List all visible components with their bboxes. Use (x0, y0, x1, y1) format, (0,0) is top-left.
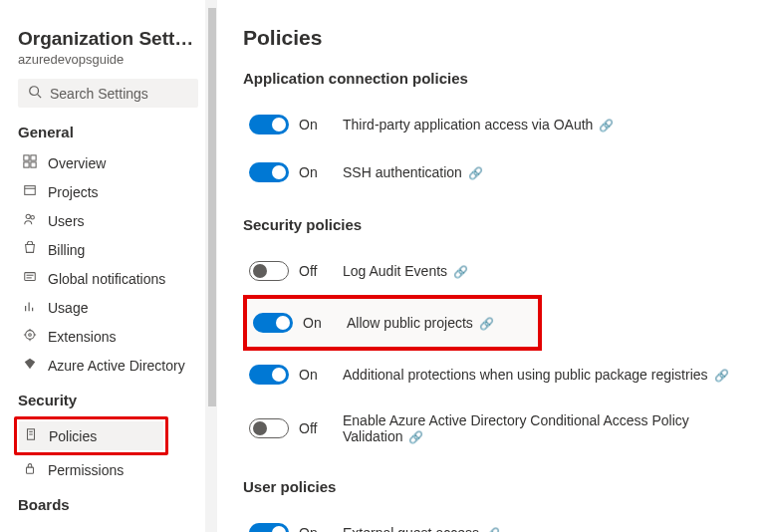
policies-icon (23, 427, 39, 444)
sidebar-item-users[interactable]: Users (18, 206, 198, 235)
sidebar-item-label: Permissions (48, 462, 124, 478)
sidebar-item-label: Users (48, 213, 85, 229)
svg-rect-3 (31, 155, 36, 160)
sidebar-item-policies[interactable]: Policies (19, 421, 163, 450)
svg-point-0 (30, 87, 39, 96)
sidebar-item-azure-active-directory[interactable]: Azure Active Directory (18, 351, 198, 380)
policy-row: OffEnable Azure Active Directory Conditi… (243, 399, 747, 458)
sidebar-item-projects[interactable]: Projects (18, 177, 198, 206)
users-icon (22, 212, 38, 229)
link-icon[interactable]: 🔗 (453, 265, 468, 279)
toggle-state-label: On (303, 315, 322, 331)
toggle-state-label: On (299, 367, 318, 383)
svg-rect-2 (24, 155, 29, 160)
svg-line-1 (38, 95, 42, 99)
policy-label: Allow public projects (347, 315, 473, 331)
toggle-switch[interactable] (249, 365, 289, 385)
section-heading: Boards (18, 496, 198, 513)
sidebar-item-label: Extensions (48, 329, 116, 345)
section-heading: General (18, 124, 198, 140)
svg-point-16 (26, 331, 35, 340)
toggle-state-label: Off (299, 420, 317, 436)
policy-row: OnSSH authentication🔗 (243, 148, 747, 196)
aad-icon (22, 357, 38, 374)
search-placeholder: Search Settings (50, 86, 148, 102)
policy-label: Log Audit Events (343, 263, 447, 279)
svg-rect-4 (24, 162, 29, 167)
highlight-box: Policies (14, 416, 168, 455)
scrollbar-thumb[interactable] (208, 8, 216, 406)
billing-icon (22, 241, 38, 258)
toggle-state-label: On (299, 525, 318, 532)
sidebar-item-label: Azure Active Directory (48, 358, 185, 374)
policy-row: OnAdditional protections when using publ… (243, 351, 747, 399)
sidebar-item-extensions[interactable]: Extensions (18, 322, 198, 351)
link-icon[interactable]: 🔗 (479, 317, 494, 331)
sidebar-item-label: Billing (48, 242, 85, 258)
svg-rect-10 (25, 273, 36, 281)
org-name: azuredevopsguide (18, 52, 198, 67)
projects-icon (22, 183, 38, 200)
usage-icon (22, 299, 38, 316)
sidebar-item-label: Global notifications (48, 271, 165, 287)
policy-label: External guest access (343, 525, 479, 532)
org-settings-title: Organization Settin… (18, 28, 198, 50)
sidebar-item-label: Overview (48, 155, 106, 171)
perm-icon (22, 461, 38, 478)
policy-row: OnAllow public projects🔗 (243, 295, 542, 351)
toggle-state-label: On (299, 117, 318, 133)
link-icon[interactable]: 🔗 (468, 166, 483, 180)
policy-label: Enable Azure Active Directory Conditiona… (343, 412, 689, 444)
policy-label: SSH authentication (343, 164, 462, 180)
ext-icon (22, 328, 38, 345)
sidebar-item-label: Policies (49, 428, 97, 444)
sidebar-item-permissions[interactable]: Permissions (18, 455, 198, 484)
sidebar-item-global-notifications[interactable]: Global notifications (18, 264, 198, 293)
sidebar-item-overview[interactable]: Overview (18, 148, 198, 177)
search-icon (28, 85, 42, 102)
sidebar-item-label: Projects (48, 184, 99, 200)
svg-rect-5 (31, 162, 36, 167)
toggle-switch[interactable] (249, 115, 289, 134)
link-icon[interactable]: 🔗 (408, 430, 423, 444)
policy-label: Additional protections when using public… (343, 367, 708, 383)
link-icon[interactable]: 🔗 (714, 369, 729, 383)
toggle-switch[interactable] (249, 162, 289, 182)
svg-point-17 (29, 334, 32, 337)
toggle-switch[interactable] (249, 523, 289, 532)
svg-rect-25 (27, 467, 34, 473)
search-input[interactable]: Search Settings (18, 79, 198, 108)
toggle-switch[interactable] (249, 261, 289, 281)
policy-group-title: Security policies (243, 216, 747, 233)
toggle-state-label: Off (299, 263, 317, 279)
svg-point-8 (26, 214, 30, 218)
page-title: Policies (243, 26, 747, 50)
policy-row: OffLog Audit Events🔗 (243, 247, 747, 295)
toggle-switch[interactable] (249, 418, 289, 438)
section-heading: Security (18, 392, 198, 408)
svg-point-9 (31, 216, 35, 220)
link-icon[interactable]: 🔗 (599, 119, 614, 133)
sidebar-item-usage[interactable]: Usage (18, 293, 198, 322)
main-content: Policies Application connection policies… (217, 0, 765, 532)
policy-group-title: Application connection policies (243, 70, 747, 87)
policy-label: Third-party application access via OAuth (343, 117, 593, 133)
toggle-state-label: On (299, 164, 318, 180)
notify-icon (22, 270, 38, 287)
scrollbar-track[interactable] (205, 0, 217, 532)
toggle-switch[interactable] (253, 313, 293, 333)
svg-rect-6 (25, 186, 36, 195)
sidebar-item-label: Usage (48, 300, 88, 316)
policy-row: OnThird-party application access via OAu… (243, 101, 747, 148)
sidebar-item-billing[interactable]: Billing (18, 235, 198, 264)
overview-icon (22, 154, 38, 171)
link-icon[interactable]: 🔗 (485, 527, 500, 532)
policy-group-title: User policies (243, 478, 747, 495)
policy-row: OnExternal guest access🔗 (243, 509, 747, 532)
sidebar: Organization Settin… azuredevopsguide Se… (0, 0, 217, 532)
